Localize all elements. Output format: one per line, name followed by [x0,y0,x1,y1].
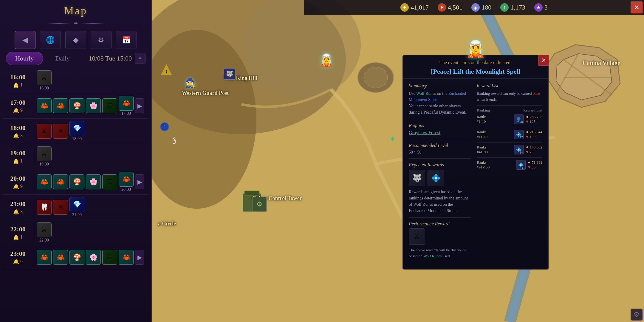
event-icon-18-1[interactable]: ⚔ [37,124,52,139]
event-icon-21-1[interactable]: 🦷 [37,200,52,215]
rank-gold-value-1: 286,725 [530,114,542,119]
bell-icon-21: 🔔 [13,209,19,215]
time-text-23: 23:00 [10,250,25,258]
tab-hourly[interactable]: Hourly [6,52,43,65]
event-20-3: 🍄 [69,174,84,189]
events-21: 🦷 ✕ 💎 21:00 [37,197,147,217]
event-icon-16-1[interactable]: ⚔ [37,70,52,85]
list-view-button[interactable]: ≡ [135,53,145,64]
svg-line-6 [564,60,612,95]
event-icon-23-2[interactable]: 🦀 [53,250,68,265]
close-button[interactable]: ✕ [631,1,643,13]
time-slot-21: 21:00 🔔 3 🦷 ✕ 💎 21:00 [3,195,148,220]
bell-count-22: 1 [20,234,23,240]
rank-icon-1a: 👤 70 [514,114,524,124]
svg-point-11 [358,63,394,92]
event-icon-23-1[interactable]: 🦀 [37,250,52,265]
bell-icon-16: 🔔 [13,82,19,88]
map-area[interactable]: ● 41,017 ♦ 4,501 ◈ 180 ↑ 1,173 ★ 3 ✕ Can… [152,0,644,322]
svg-point-12 [364,67,388,88]
popup-performance-icon-row: ⚔ [409,228,471,245]
nav-diamond-button[interactable]: ◆ [65,31,86,49]
event-icon-23-3[interactable]: 🍄 [69,250,84,265]
event-icon-23-4[interactable]: 🌸 [86,250,101,265]
more-23[interactable]: ▶ [135,250,144,265]
time-text-20: 20:00 [10,175,25,182]
tab-daily[interactable]: Daily [46,52,79,65]
wolf-runes-link-1[interactable]: Wolf Runes [416,91,436,96]
map-title: Map [0,0,151,18]
map-figure-1[interactable]: 🕯 [170,136,179,146]
more-17[interactable]: ▶ [135,98,144,113]
wolf-runes-link-2[interactable]: Wolf Runes [423,254,442,258]
rank-rewards-2: 💠 17 ● 215,044 ♥ 100 [514,130,542,139]
event-23-1: 🦀 [37,250,52,265]
event-icon-17-5[interactable]: 🛡 [102,98,117,113]
event-icon-19-1[interactable]: ⚔ [37,146,52,161]
rank-label-4: Ranks#91-150 [477,160,498,170]
svg-marker-5 [556,54,612,100]
event-22-1: ⚔ 22:00 [37,222,52,243]
golem-marker[interactable]: ⚙ [252,197,267,212]
event-icon-17-2[interactable]: 🦀 [53,98,68,113]
nav-filter-button[interactable]: ⚙ [91,31,112,49]
event-icon-20-6[interactable]: 🦀 [119,172,134,187]
popup-region-link[interactable]: Grayclaw Forest [409,130,471,135]
warning-marker-1[interactable]: ! [161,64,172,75]
rank-heart-3: ♥ 75 [526,150,542,154]
event-icon-17-6[interactable]: 🦀 [119,96,134,111]
bell-badge-18: 🔔 3 [13,133,23,139]
ranking-col-header: Ranking [477,108,490,113]
event-icon-20-2[interactable]: 🦀 [53,174,68,189]
reward-divider-2 [477,142,542,143]
event-icon-21-2[interactable]: ✕ [53,200,68,215]
reward-row-3: Ranks#41-90 💠 14 ● 143,362 ♥ [477,145,542,154]
event-icon-22-1[interactable]: ⚔ [37,222,52,237]
event-18-3: 💎 18:00 [69,121,84,141]
rank-gold-value-3: 143,362 [530,145,542,150]
map-character-1[interactable]: 🧙 [185,78,196,88]
svg-marker-4 [549,45,620,107]
rank-gold-3: ● 143,362 ♥ 75 [526,145,542,154]
event-icon-18-3[interactable]: 💎 [69,121,84,136]
resource-gem: ♦ 4,501 [438,3,463,12]
nav-globe-button[interactable]: 🌐 [40,31,61,49]
date-text: 10/08 Tue [89,55,115,62]
events-22: ⚔ 22:00 [37,222,147,243]
nav-back-button[interactable]: ◀ [15,31,35,49]
event-icon-23-6[interactable]: 🦀 [119,250,134,265]
event-icon-20-1[interactable]: 🦀 [37,174,52,189]
num-badge-4[interactable]: 4 [160,122,169,131]
rank-gold-1: ● 286,725 ♥ 125 [526,114,542,124]
popup-right-section: Reward List Ranking reward can only be e… [477,83,542,259]
event-icon-21-3[interactable]: 💎 [69,197,84,212]
wolf-king-hill-marker[interactable]: 🐺 [224,68,236,80]
nav-calendar-button[interactable]: 📅 [116,31,137,49]
divider-21 [34,198,34,216]
event-icon-17-3[interactable]: 🍄 [69,98,84,113]
popup-header: The event starts on the date indicated. … [403,55,548,79]
popup-close-button[interactable]: ✕ [538,55,549,66]
rank-heart-2: ♥ 100 [526,134,542,139]
event-icon-20-4[interactable]: 🌸 [86,174,101,189]
bell-icon-19: 🔔 [13,158,19,164]
bell-badge-19: 🔔 1 [13,158,23,164]
popup-body: Summary Use Wolf Runes on the Enchanted … [403,79,548,263]
more-20[interactable]: ▶ [135,174,144,189]
event-21-1: 🦷 [37,200,52,215]
event-icon-18-2[interactable]: ✕ [53,124,68,139]
event-icon-20-3[interactable]: 🍄 [69,174,84,189]
settings-button[interactable]: ⚙ [631,309,643,321]
popup-expected-rewards: 🐺 💠 [409,170,471,186]
event-icon-23-5[interactable]: 🛡 [102,250,117,265]
time-text-22: 22:00 [10,225,25,233]
reward-divider-top [477,105,542,106]
event-icon-17-4[interactable]: 🌸 [86,98,101,113]
event-icon-17-1[interactable]: 🦀 [37,98,52,113]
map-creature-1[interactable]: ✦ [389,134,396,144]
event-popup: ✕ 🧝 The event starts on the date indicat… [402,55,549,270]
event-icon-20-5[interactable]: 🛡 [102,174,117,189]
popup-performance-label: Performance Reward [409,221,471,227]
popup-anchor-character[interactable]: 🧝 [319,53,334,67]
events-19: ⚔ 19:00 [37,146,147,167]
